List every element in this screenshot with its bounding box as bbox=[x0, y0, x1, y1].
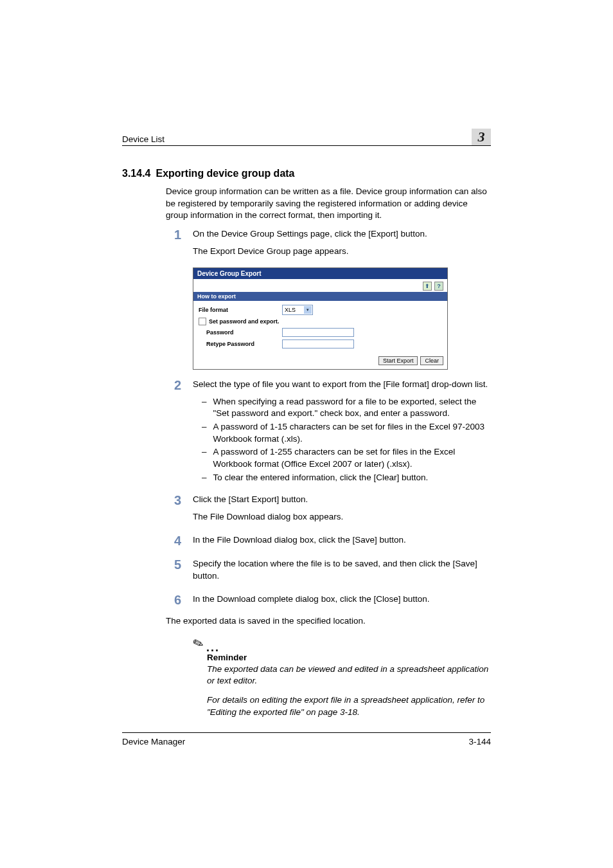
dash-bullet: – bbox=[202, 396, 207, 420]
reminder-heading: Reminder bbox=[207, 653, 491, 662]
section-title: Exporting device group data bbox=[155, 168, 294, 179]
help-icon[interactable]: ? bbox=[434, 282, 443, 291]
step-text: Click the [Start Export] button. bbox=[193, 494, 491, 506]
page: Device List 3 3.14.4 Exporting device gr… bbox=[0, 0, 613, 868]
closing-text: The exported data is saved in the specif… bbox=[166, 616, 491, 626]
dash-bullet: – bbox=[202, 472, 207, 484]
sub-item: A password of 1-15 characters can be set… bbox=[213, 421, 491, 445]
embedded-screenshot: Device Group Export ⬆ ? How to export Fi… bbox=[193, 267, 448, 370]
step-2: 2 Select the type of file you want to ex… bbox=[166, 379, 491, 487]
step-number: 5 bbox=[166, 558, 181, 587]
section-number: 3.14.4 bbox=[122, 168, 150, 179]
file-format-select[interactable]: XLS ▾ bbox=[282, 305, 313, 315]
clear-button[interactable]: Clear bbox=[420, 356, 443, 365]
step-6: 6 In the Download complete dialog box, c… bbox=[166, 593, 491, 611]
page-header: Device List 3 bbox=[122, 129, 491, 146]
reminder-block: ✎ ... Reminder The exported data can be … bbox=[193, 636, 491, 718]
step-3: 3 Click the [Start Export] button. The F… bbox=[166, 494, 491, 528]
step-text: On the Device Group Settings page, click… bbox=[193, 228, 491, 240]
dialog-title: Device Group Export bbox=[193, 268, 447, 279]
label-set-password: Set password and export. bbox=[209, 318, 280, 325]
step-number: 3 bbox=[166, 494, 181, 528]
step-1: 1 On the Device Group Settings page, cli… bbox=[166, 228, 491, 262]
step-number: 4 bbox=[166, 534, 181, 552]
footer-right: 3-144 bbox=[468, 737, 491, 746]
step-4: 4 In the File Download dialog box, click… bbox=[166, 534, 491, 552]
set-password-checkbox[interactable] bbox=[199, 318, 206, 325]
note-icon: ✎ bbox=[190, 635, 206, 653]
ellipsis-icon: ... bbox=[206, 644, 220, 651]
sub-item: To clear the entered information, click … bbox=[213, 472, 429, 484]
retype-password-input[interactable] bbox=[282, 339, 354, 348]
step-5: 5 Specify the location where the file is… bbox=[166, 558, 491, 587]
header-left: Device List bbox=[122, 134, 164, 144]
page-footer: Device Manager 3-144 bbox=[122, 732, 491, 746]
step-number: 2 bbox=[166, 379, 181, 487]
select-value: XLS bbox=[285, 307, 296, 313]
sub-list: –When specifying a read password for a f… bbox=[202, 396, 491, 484]
step-text: In the Download complete dialog box, cli… bbox=[193, 593, 491, 606]
sub-item: When specifying a read password for a fi… bbox=[213, 396, 491, 420]
reminder-text: For details on editing the export file i… bbox=[207, 694, 491, 718]
intro-paragraph: Device group information can be written … bbox=[166, 186, 491, 222]
step-text: The Export Device Group page appears. bbox=[193, 246, 491, 258]
dash-bullet: – bbox=[202, 446, 207, 470]
step-text: The File Download dialog box appears. bbox=[193, 511, 491, 523]
chapter-number: 3 bbox=[472, 129, 491, 145]
step-number: 1 bbox=[166, 228, 181, 262]
reminder-text: The exported data can be viewed and edit… bbox=[207, 664, 491, 687]
step-text: Specify the location where the file is t… bbox=[193, 558, 491, 582]
up-icon[interactable]: ⬆ bbox=[423, 282, 432, 291]
section-heading: 3.14.4 Exporting device group data bbox=[122, 168, 491, 179]
dash-bullet: – bbox=[202, 421, 207, 445]
start-export-button[interactable]: Start Export bbox=[378, 356, 418, 365]
sub-item: A password of 1-255 characters can be se… bbox=[213, 446, 491, 470]
label-file-format: File format bbox=[199, 307, 282, 313]
section-bar: How to export bbox=[193, 292, 447, 301]
dialog-toolbar: ⬆ ? bbox=[193, 279, 447, 292]
label-retype-password: Retype Password bbox=[199, 341, 282, 347]
step-text: Select the type of file you want to expo… bbox=[193, 379, 491, 391]
footer-left: Device Manager bbox=[122, 737, 185, 746]
step-text: In the File Download dialog box, click t… bbox=[193, 534, 491, 547]
chevron-down-icon: ▾ bbox=[304, 306, 312, 314]
password-input[interactable] bbox=[282, 328, 354, 337]
step-number: 6 bbox=[166, 593, 181, 611]
label-password: Password bbox=[199, 329, 282, 336]
